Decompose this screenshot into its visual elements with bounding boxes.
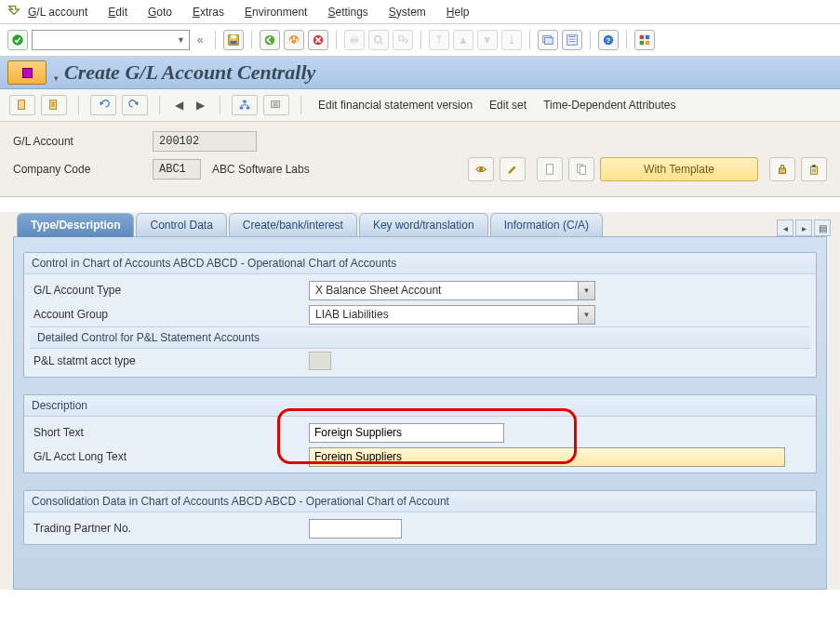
transaction-icon (7, 60, 47, 85)
with-template-label: With Template (644, 163, 714, 176)
company-code-text: ABC Software Labs (212, 163, 310, 176)
prev-object-button[interactable]: ◀ (171, 99, 187, 112)
account-group-label: Account Group (30, 308, 309, 321)
copy-doc-button[interactable] (568, 157, 594, 181)
svg-rect-24 (240, 107, 244, 110)
exit-button[interactable] (284, 30, 304, 50)
menu-environment[interactable]: Environment (245, 6, 307, 19)
prev-page-button[interactable]: ▲ (453, 30, 473, 50)
delete-button[interactable] (801, 157, 827, 181)
first-page-button[interactable]: ⤒ (429, 30, 449, 50)
tab-scroll-right[interactable]: ▸ (795, 219, 812, 236)
svg-rect-18 (646, 35, 649, 39)
gl-account-type-label: G/L Account Type (30, 284, 309, 297)
svg-rect-8 (352, 36, 356, 39)
svg-rect-21 (19, 100, 25, 110)
tab-information-ca[interactable]: Information (C/A) (490, 213, 603, 237)
gl-account-field[interactable]: 200102 (153, 131, 257, 152)
print-button[interactable] (344, 30, 365, 50)
tab-list-button[interactable]: ▤ (814, 219, 831, 236)
separator (215, 31, 216, 49)
back-button[interactable] (260, 30, 280, 50)
header-area: G/L Account 200102 Company Code ABC1 ABC… (0, 122, 840, 197)
enter-button[interactable] (7, 30, 28, 50)
svg-rect-30 (580, 166, 585, 175)
menu-extras[interactable]: Extras (193, 6, 224, 19)
trading-partner-input[interactable] (309, 519, 402, 539)
new-session-button[interactable] (538, 30, 558, 50)
separator (590, 31, 591, 49)
display-button[interactable] (468, 157, 494, 181)
tab-create-bank-interest[interactable]: Create/bank/interest (229, 213, 357, 237)
short-text-input[interactable] (309, 423, 504, 443)
company-code-field[interactable]: ABC1 (153, 159, 201, 180)
time-dep-link[interactable]: Time-Dependent Attributes (538, 99, 681, 112)
svg-rect-28 (547, 165, 553, 175)
title-bar: ▾ Create G/L Account Centrally (0, 57, 840, 89)
page-title: Create G/L Account Centrally (64, 60, 315, 85)
where-used-button[interactable] (263, 95, 289, 115)
layout-button[interactable] (634, 30, 655, 50)
history-back-icon: « (197, 33, 204, 47)
gl-account-label: G/L Account (13, 135, 153, 148)
change-button[interactable] (500, 157, 526, 181)
shortcut-button[interactable] (562, 30, 582, 50)
separator (159, 96, 160, 114)
menu-bar: G/L account Edit Goto Extras Environment… (0, 0, 840, 24)
title-dropdown-icon[interactable]: ▾ (54, 73, 59, 83)
edit-set-link[interactable]: Edit set (484, 99, 532, 112)
gl-account-type-select[interactable]: X Balance Sheet Account ▼ (309, 281, 595, 300)
dropdown-icon: ▼ (578, 282, 594, 299)
next-object-button[interactable]: ▶ (193, 99, 208, 112)
app-menu-icon[interactable] (7, 4, 20, 20)
account-group-value: LIAB Liabilities (310, 308, 578, 321)
gl-account-type-value: X Balance Sheet Account (310, 284, 578, 297)
redo-button[interactable] (122, 95, 148, 115)
svg-rect-31 (780, 168, 786, 173)
lock-button[interactable] (769, 157, 795, 181)
tab-type-description[interactable]: Type/Description (17, 213, 134, 237)
edit-fsv-link[interactable]: Edit financial statement version (313, 99, 478, 112)
separator (220, 96, 220, 114)
menu-gl-account[interactable]: G/L account (28, 6, 87, 19)
command-field[interactable]: ▼ (32, 30, 190, 50)
find-next-button[interactable] (393, 30, 413, 50)
subgroup-detailed-control-title: Detailed Control for P&L Statement Accou… (30, 326, 810, 349)
long-text-input[interactable] (309, 447, 785, 467)
svg-rect-23 (243, 100, 247, 103)
group-consolidation: Consolidation Data in Chart of Accounts … (23, 490, 817, 545)
svg-rect-20 (646, 41, 649, 45)
svg-point-10 (374, 36, 380, 43)
with-template-button[interactable]: With Template (600, 157, 758, 181)
tab-scroll-left[interactable]: ◂ (777, 219, 793, 236)
doc1-button[interactable] (9, 95, 35, 115)
menu-edit[interactable]: Edit (108, 6, 127, 19)
help-button[interactable]: ? (598, 30, 619, 50)
find-button[interactable] (368, 30, 389, 50)
create-doc-button[interactable] (537, 157, 563, 181)
tab-keyword-translation[interactable]: Key word/translation (359, 213, 488, 237)
tab-control-data[interactable]: Control Data (136, 213, 226, 237)
menu-settings[interactable]: Settings (327, 6, 367, 19)
separator (300, 96, 301, 114)
next-page-button[interactable]: ▼ (477, 30, 498, 50)
group-consolidation-title: Consolidation Data in Chart of Accounts … (24, 491, 816, 512)
doc2-button[interactable] (41, 95, 67, 115)
menu-system[interactable]: System (389, 6, 426, 19)
svg-rect-13 (544, 37, 553, 44)
svg-text:?: ? (606, 36, 610, 45)
group-control-coa-title: Control in Chart of Accounts ABCD ABCD -… (24, 253, 816, 274)
undo-button[interactable] (90, 95, 116, 115)
hierarchy-button[interactable] (232, 95, 258, 115)
long-text-label: G/L Acct Long Text (30, 450, 309, 463)
company-code-label: Company Code (13, 163, 153, 176)
separator (251, 31, 252, 49)
menu-help[interactable]: Help (447, 6, 470, 19)
group-description: Description Short Text G/L Acct Long Tex… (23, 394, 817, 473)
save-button[interactable] (223, 30, 244, 50)
tabstrip: Type/Description Control Data Create/ban… (17, 212, 834, 236)
last-page-button[interactable]: ⤓ (501, 30, 522, 50)
account-group-select[interactable]: LIAB Liabilities ▼ (309, 305, 595, 325)
cancel-button[interactable] (308, 30, 328, 50)
menu-goto[interactable]: Goto (148, 6, 172, 19)
